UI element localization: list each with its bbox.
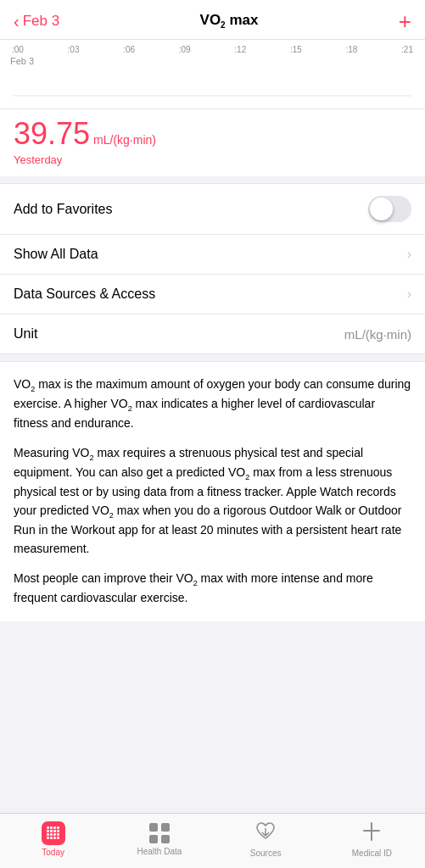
- tab-health-data[interactable]: Health Data: [106, 822, 212, 856]
- favorites-toggle[interactable]: [368, 196, 411, 222]
- description-section: VO2 max is the maximum amount of oxygen …: [0, 361, 425, 628]
- time-label-2: :06: [123, 45, 135, 54]
- add-to-favorites-label: Add to Favorites: [14, 202, 113, 217]
- tab-medical-id[interactable]: Medical ID: [319, 821, 425, 858]
- unit-value: mL/(kg·min): [344, 327, 411, 342]
- description-paragraph-3: Most people can improve their VO2 max wi…: [14, 570, 411, 608]
- svg-rect-15: [53, 837, 56, 839]
- value-display: 39.75 mL/(kg·min): [14, 116, 411, 152]
- svg-rect-5: [47, 830, 49, 832]
- unit-right: mL/(kg·min): [344, 327, 411, 342]
- back-chevron-icon: ‹: [14, 12, 20, 31]
- chart-section: :00 :03 :06 :09 :12 :15 :18 :21 Feb 3: [0, 40, 425, 109]
- show-all-data-label: Show All Data: [14, 247, 98, 262]
- tab-bar: Today Health Data Sources: [0, 813, 425, 868]
- svg-rect-12: [57, 833, 59, 836]
- svg-rect-3: [53, 826, 56, 829]
- medical-id-tab-label: Medical ID: [352, 849, 392, 858]
- time-label-6: :18: [345, 45, 357, 54]
- svg-rect-11: [53, 833, 56, 836]
- data-sources-label: Data Sources & Access: [14, 287, 155, 302]
- back-label: Feb 3: [23, 13, 59, 30]
- chart-visualization[interactable]: [10, 66, 415, 100]
- svg-rect-9: [47, 833, 49, 836]
- chevron-right-icon: ›: [407, 247, 411, 262]
- show-all-data-right: ›: [407, 247, 411, 262]
- time-label-7: :21: [401, 45, 413, 54]
- vo2-value: 39.75: [14, 116, 90, 152]
- nav-header: ‹ Feb 3 VO2 max +: [0, 0, 425, 40]
- show-all-data-row[interactable]: Show All Data ›: [0, 235, 425, 275]
- health-data-tab-label: Health Data: [137, 847, 182, 856]
- time-label-5: :15: [290, 45, 302, 54]
- value-date: Yesterday: [14, 153, 411, 166]
- svg-rect-16: [57, 837, 59, 839]
- svg-rect-8: [57, 830, 59, 832]
- data-sources-right: ›: [407, 287, 411, 302]
- svg-rect-1: [47, 826, 49, 829]
- vo2-unit: mL/(kg·min): [93, 133, 156, 147]
- options-section: Add to Favorites Show All Data › Data So…: [0, 183, 425, 354]
- sources-icon: [254, 821, 277, 846]
- tab-sources[interactable]: Sources: [213, 821, 319, 858]
- description-paragraph-2: Measuring VO2 max requires a strenuous p…: [14, 444, 411, 558]
- add-to-favorites-row[interactable]: Add to Favorites: [0, 184, 425, 235]
- health-data-icon: [148, 822, 171, 844]
- svg-rect-2: [50, 826, 53, 829]
- time-label-1: :03: [68, 45, 80, 54]
- back-button[interactable]: ‹ Feb 3: [14, 12, 59, 31]
- time-label-0: :00: [12, 45, 24, 54]
- svg-rect-20: [161, 835, 170, 843]
- svg-rect-10: [50, 833, 53, 836]
- data-sources-row[interactable]: Data Sources & Access ›: [0, 275, 425, 314]
- description-paragraph-1: VO2 max is the maximum amount of oxygen …: [14, 376, 411, 432]
- sources-tab-label: Sources: [250, 849, 282, 858]
- chart-time-labels: :00 :03 :06 :09 :12 :15 :18 :21: [10, 45, 415, 54]
- svg-rect-14: [50, 837, 53, 839]
- medical-id-icon: [361, 821, 383, 846]
- unit-row[interactable]: Unit mL/(kg·min): [0, 314, 425, 353]
- chevron-right-icon: ›: [407, 287, 411, 302]
- toggle-knob: [370, 198, 393, 220]
- tab-today[interactable]: Today: [0, 821, 106, 857]
- today-tab-label: Today: [42, 848, 64, 857]
- unit-label: Unit: [14, 326, 37, 342]
- value-section: 39.75 mL/(kg·min) Yesterday: [0, 109, 425, 183]
- page-title: VO2 max: [59, 12, 399, 30]
- today-icon: [42, 821, 65, 845]
- time-label-4: :12: [234, 45, 246, 54]
- svg-rect-19: [149, 835, 158, 843]
- svg-rect-7: [53, 830, 56, 832]
- svg-rect-17: [149, 823, 158, 832]
- time-label-3: :09: [179, 45, 191, 54]
- svg-rect-13: [47, 837, 49, 839]
- svg-rect-18: [161, 823, 170, 832]
- chart-date: Feb 3: [10, 56, 415, 66]
- svg-rect-4: [57, 826, 59, 829]
- add-button[interactable]: +: [399, 10, 411, 32]
- svg-rect-6: [50, 830, 53, 832]
